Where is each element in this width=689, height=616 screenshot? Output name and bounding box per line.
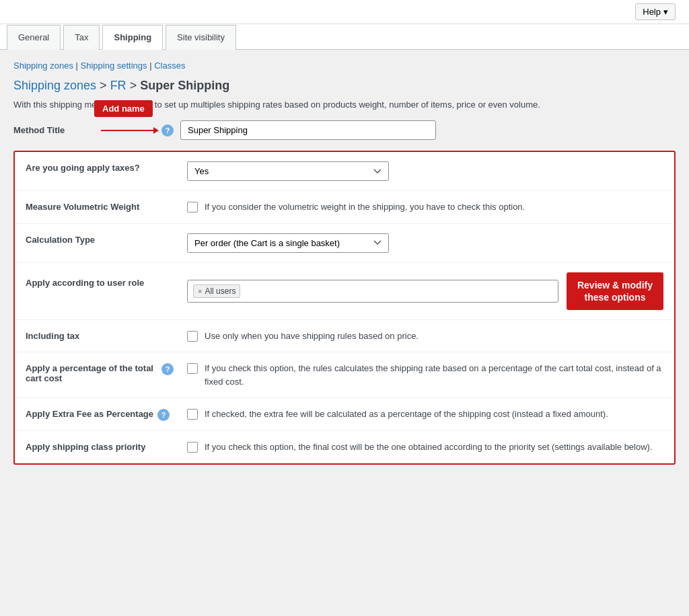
extra-fee-description: If checked, the extra fee will be calcul… bbox=[205, 408, 608, 421]
percentage-total-description: If you check this option, the rules calc… bbox=[205, 362, 663, 388]
arrow-indicator bbox=[101, 130, 155, 131]
option-control-shipping-class: If you check this option, the final cost… bbox=[187, 440, 663, 454]
percentage-total-checkbox[interactable] bbox=[187, 363, 198, 374]
option-row-extra-fee: Apply Extra Fee as Percentage ? If check… bbox=[15, 398, 674, 431]
subnav-shipping-settings[interactable]: Shipping settings bbox=[81, 61, 147, 71]
option-label-taxes: Are you going apply taxes? bbox=[26, 161, 174, 173]
volumetric-checkbox[interactable] bbox=[187, 202, 198, 213]
help-chevron-icon: ▾ bbox=[663, 7, 668, 17]
user-role-tag-all-users: × All users bbox=[193, 284, 240, 298]
option-row-calculation: Calculation Type Per order (the Cart is … bbox=[15, 224, 674, 263]
option-row-taxes: Are you going apply taxes? Yes No bbox=[15, 152, 674, 191]
option-label-shipping-class: Apply shipping class priority bbox=[26, 440, 174, 452]
breadcrumb-fr-link[interactable]: FR bbox=[110, 79, 126, 92]
tab-tax[interactable]: Tax bbox=[63, 25, 100, 50]
calculation-select[interactable]: Per order (the Cart is a single basket) … bbox=[187, 233, 389, 253]
breadcrumb: Shipping zones > FR > Super Shipping bbox=[13, 79, 676, 93]
option-row-volumetric: Measure Volumetric Weight If you conside… bbox=[15, 191, 674, 224]
volumetric-description: If you consider the volumetric weight in… bbox=[205, 200, 525, 214]
option-label-percentage-total: Apply a percentage of the total cart cos… bbox=[26, 362, 174, 383]
option-label-volumetric: Measure Volumetric Weight bbox=[26, 200, 174, 212]
option-control-percentage-total: If you check this option, the rules calc… bbox=[187, 362, 663, 388]
taxes-select[interactable]: Yes No bbox=[187, 161, 389, 181]
method-title-row: Add name Method Title ? bbox=[13, 120, 676, 140]
tab-general[interactable]: General bbox=[7, 25, 61, 50]
option-row-including-tax: Including tax Use only when you have shi… bbox=[15, 320, 674, 353]
shipping-class-description: If you check this option, the final cost… bbox=[205, 440, 653, 454]
option-label-extra-fee: Apply Extra Fee as Percentage ? bbox=[26, 408, 174, 421]
option-row-shipping-class: Apply shipping class priority If you che… bbox=[15, 431, 674, 463]
option-control-extra-fee: If checked, the extra fee will be calcul… bbox=[187, 408, 663, 421]
including-tax-checkbox[interactable] bbox=[187, 331, 198, 342]
content-area: Shipping zones | Shipping settings | Cla… bbox=[0, 50, 689, 475]
option-control-including-tax: Use only when you have shipping rules ba… bbox=[187, 330, 663, 343]
user-role-controls: × All users Review & modify these option… bbox=[187, 272, 663, 310]
tab-shipping[interactable]: Shipping bbox=[102, 25, 163, 50]
breadcrumb-zones-link[interactable]: Shipping zones bbox=[13, 79, 96, 92]
extra-fee-help-icon[interactable]: ? bbox=[157, 409, 170, 421]
option-control-calculation: Per order (the Cart is a single basket) … bbox=[187, 233, 663, 253]
method-title-help-icon[interactable]: ? bbox=[161, 124, 174, 137]
option-label-user-role: Apply according to user role bbox=[26, 272, 174, 288]
shipping-class-checkbox[interactable] bbox=[187, 442, 198, 453]
help-label: Help bbox=[643, 7, 661, 17]
subnav-shipping-zones[interactable]: Shipping zones bbox=[13, 61, 73, 71]
option-label-calculation: Calculation Type bbox=[26, 233, 174, 245]
tag-label: All users bbox=[205, 286, 235, 296]
percentage-total-help-icon[interactable]: ? bbox=[161, 363, 174, 375]
option-row-user-role: Apply according to user role × All users… bbox=[15, 263, 674, 320]
options-box: Are you going apply taxes? Yes No Measur… bbox=[13, 151, 676, 465]
user-role-input[interactable]: × All users bbox=[187, 280, 558, 303]
option-control-volumetric: If you consider the volumetric weight in… bbox=[187, 200, 663, 214]
review-modify-button[interactable]: Review & modify these options bbox=[567, 272, 663, 310]
tab-site-visibility[interactable]: Site visibility bbox=[166, 25, 236, 50]
sub-nav: Shipping zones | Shipping settings | Cla… bbox=[13, 61, 676, 71]
including-tax-description: Use only when you have shipping rules ba… bbox=[205, 330, 419, 343]
add-name-badge: Add name bbox=[94, 100, 153, 117]
subnav-classes[interactable]: Classes bbox=[154, 61, 185, 71]
method-title-input[interactable] bbox=[180, 120, 436, 140]
option-control-taxes: Yes No bbox=[187, 161, 663, 181]
extra-fee-checkbox[interactable] bbox=[187, 409, 198, 420]
top-bar: Help ▾ bbox=[0, 0, 689, 24]
option-label-including-tax: Including tax bbox=[26, 330, 174, 341]
tag-remove-icon[interactable]: × bbox=[198, 287, 202, 295]
main-tabs: General Tax Shipping Site visibility bbox=[0, 24, 689, 50]
option-row-percentage-total: Apply a percentage of the total cart cos… bbox=[15, 352, 674, 398]
method-title-label: Method Title bbox=[13, 125, 94, 135]
help-button[interactable]: Help ▾ bbox=[635, 3, 676, 20]
breadcrumb-page-title: Super Shipping bbox=[140, 79, 229, 92]
